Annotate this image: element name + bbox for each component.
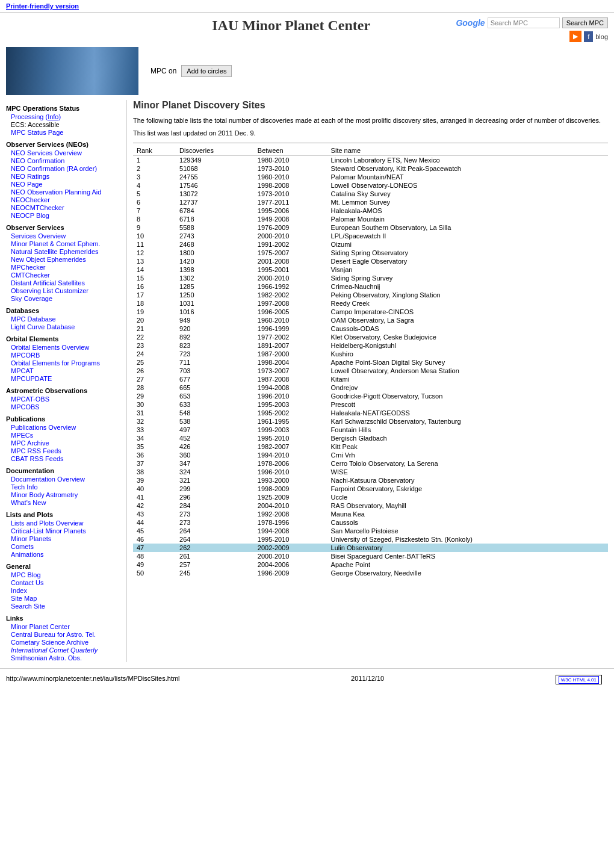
sidebar-item-animations[interactable]: Animations — [11, 551, 120, 558]
sidebar-item-sky-coverage[interactable]: Sky Coverage — [11, 295, 120, 302]
sidebar-item-orbital-overview[interactable]: Orbital Elements Overview — [11, 344, 120, 351]
cell-site: Caussols — [327, 518, 608, 527]
sidebar-item-neo-confirmation-ra[interactable]: NEO Confirmation (RA order) — [11, 165, 120, 172]
sidebar-item-index[interactable]: Index — [11, 587, 120, 594]
sidebar-item-neo-ratings[interactable]: NEO Ratings — [11, 173, 120, 180]
sidebar-item-icq-link[interactable]: International Comet Quarterly — [11, 646, 120, 654]
cell-rank: 41 — [133, 493, 176, 501]
cell-between: 1993-2000 — [254, 476, 327, 485]
table-row: 15 1302 2000-2010 Siding Spring Survey — [133, 274, 608, 282]
sidebar-item-mpecs[interactable]: MPECs — [11, 432, 120, 439]
sidebar-item-processing[interactable]: Processing (Info) — [11, 113, 120, 120]
sidebar-item-new-obj[interactable]: New Object Ephemerides — [11, 256, 120, 263]
cell-between: 1977-2002 — [254, 333, 327, 341]
cell-rank: 9 — [133, 223, 176, 232]
sidebar-item-comets[interactable]: Comets — [11, 543, 120, 550]
search-input[interactable] — [488, 17, 560, 28]
cell-discoveries: 1420 — [176, 257, 254, 265]
sidebar-item-cbat-link[interactable]: Central Bureau for Astro. Tel. — [11, 631, 120, 638]
table-row: 18 1031 1997-2008 Reedy Creek — [133, 299, 608, 308]
sidebar-item-services-overview[interactable]: Services Overview — [11, 232, 120, 240]
sidebar-item-natural-sat[interactable]: Natural Satellite Ephemerides — [11, 248, 120, 255]
cell-site: Goodricke-Pigott Observatory, Tucson — [327, 392, 608, 400]
sidebar-item-minor-body-astro[interactable]: Minor Body Astrometry — [11, 491, 120, 498]
cell-site: Desert Eagle Observatory — [327, 257, 608, 265]
sidebar-item-neochecker[interactable]: NEOChecker — [11, 196, 120, 203]
cell-discoveries: 1285 — [176, 282, 254, 291]
cell-site: Haleakala-NEAT/GEODSS — [327, 409, 608, 417]
sidebar-item-mpcat[interactable]: MPCAT — [11, 367, 120, 374]
sidebar-item-cmtchecker[interactable]: CMTChecker — [11, 271, 120, 279]
sidebar-item-distant-sat[interactable]: Distant Artificial Satellites — [11, 279, 120, 287]
sidebar-item-critical-list[interactable]: Critical-List Minor Planets — [11, 527, 120, 535]
cell-site: Catalina Sky Survey — [327, 190, 608, 198]
search-button[interactable]: Search MPC — [562, 17, 608, 28]
cell-site: LPL/Spacewatch II — [327, 232, 608, 240]
cell-rank: 39 — [133, 476, 176, 485]
sidebar-section-astrometric: Astrometric Observations — [6, 387, 120, 394]
sidebar-item-neo-page[interactable]: NEO Page — [11, 181, 120, 188]
sidebar-item-cometary-link[interactable]: Cometary Science Archive — [11, 639, 120, 646]
cell-rank: 44 — [133, 518, 176, 527]
sidebar-item-obs-list[interactable]: Observing List Customizer — [11, 287, 120, 294]
sidebar-item-minor-planets[interactable]: Minor Planets — [11, 535, 120, 542]
sidebar-item-ephem[interactable]: Minor Planet & Comet Ephem. — [11, 240, 120, 247]
sidebar-item-mpcat-obs[interactable]: MPCAT-OBS — [11, 395, 120, 403]
printer-friendly-link[interactable]: Printer-friendly version — [6, 2, 79, 10]
table-row: 28 665 1994-2008 Ondrejov — [133, 383, 608, 392]
sidebar-item-pub-overview[interactable]: Publications Overview — [11, 424, 120, 431]
cell-rank: 20 — [133, 316, 176, 324]
cell-site: Caussols-ODAS — [327, 324, 608, 333]
cell-discoveries: 264 — [176, 535, 254, 544]
sidebar-item-cbat-rss[interactable]: CBAT RSS Feeds — [11, 455, 120, 462]
cell-between: 1997-2008 — [254, 299, 327, 308]
sidebar-item-sitemap[interactable]: Site Map — [11, 595, 120, 602]
sidebar-item-mpcupdate[interactable]: MPCUPDATE — [11, 375, 120, 382]
table-row: 16 1285 1966-1992 Crimea-Nauchnij — [133, 282, 608, 291]
sidebar-item-neo-overview[interactable]: NEO Services Overview — [11, 149, 120, 157]
add-circles-button[interactable]: Add to circles — [181, 65, 232, 77]
cell-site: Steward Observatory, Kitt Peak-Spacewatc… — [327, 164, 608, 173]
cell-between: 1999-2003 — [254, 426, 327, 434]
sidebar-item-mpcorb[interactable]: MPCORB — [11, 352, 120, 359]
sidebar-item-mpc-rss[interactable]: MPC RSS Feeds — [11, 447, 120, 454]
facebook-button[interactable]: f — [584, 31, 593, 42]
table-row: 39 321 1993-2000 Nachi-Katsuura Observat… — [133, 476, 608, 485]
sidebar-item-mpc-archive[interactable]: MPC Archive — [11, 439, 120, 447]
cell-between: 1995-2010 — [254, 434, 327, 442]
sidebar-item-neo-confirmation[interactable]: NEO Confirmation — [11, 157, 120, 164]
sidebar-item-mpcobs[interactable]: MPCOBS — [11, 403, 120, 411]
sidebar-item-orbital-programs[interactable]: Orbital Elements for Programs — [11, 359, 120, 367]
sidebar-item-doc-overview[interactable]: Documentation Overview — [11, 476, 120, 483]
sidebar-item-mpc-blog[interactable]: MPC Blog — [11, 571, 120, 578]
cell-rank: 5 — [133, 190, 176, 198]
cell-between: 1980-2010 — [254, 155, 327, 164]
cell-discoveries: 245 — [176, 569, 254, 577]
cell-site: University of Szeged, Piszkesteto Stn. (… — [327, 535, 608, 544]
table-row: 26 703 1973-2007 Lowell Observatory, And… — [133, 367, 608, 375]
cell-discoveries: 273 — [176, 518, 254, 527]
cell-rank: 37 — [133, 459, 176, 468]
sidebar-item-search-site[interactable]: Search Site — [11, 603, 120, 610]
cell-rank: 40 — [133, 485, 176, 493]
sidebar-item-mpc-database[interactable]: MPC Database — [11, 315, 120, 323]
sidebar-item-light-curve[interactable]: Light Curve Database — [11, 323, 120, 330]
sidebar-item-lists-overview[interactable]: Lists and Plots Overview — [11, 519, 120, 527]
rss-button[interactable]: ▶ — [569, 31, 581, 42]
sidebar-item-neocmtchecker[interactable]: NEOCMTChecker — [11, 204, 120, 211]
sidebar-item-mpc-status[interactable]: MPC Status Page — [11, 129, 120, 136]
sidebar-item-tech-info[interactable]: Tech Info — [11, 483, 120, 491]
sidebar-item-neo-planning[interactable]: NEO Observation Planning Aid — [11, 188, 120, 196]
table-row: 19 1016 1996-2005 Campo Imperatore-CINEO… — [133, 308, 608, 316]
sidebar-item-smithsonian-link[interactable]: Smithsonian Astro. Obs. — [11, 654, 120, 662]
cell-between: 1998-2009 — [254, 485, 327, 493]
sidebar-item-contact[interactable]: Contact Us — [11, 579, 120, 586]
cell-between: 1994-2008 — [254, 527, 327, 535]
table-row: 32 538 1961-1995 Karl Schwarzschild Obse… — [133, 417, 608, 426]
cell-site: Bisei Spaceguard Center-BATTeRS — [327, 552, 608, 560]
sidebar-item-whats-new[interactable]: What's New — [11, 499, 120, 506]
sidebar-item-mpchecker[interactable]: MPChecker — [11, 264, 120, 271]
cell-rank: 18 — [133, 299, 176, 308]
sidebar-item-mpc-link[interactable]: Minor Planet Center — [11, 623, 120, 630]
sidebar-item-neocp-blog[interactable]: NEOCP Blog — [11, 212, 120, 219]
